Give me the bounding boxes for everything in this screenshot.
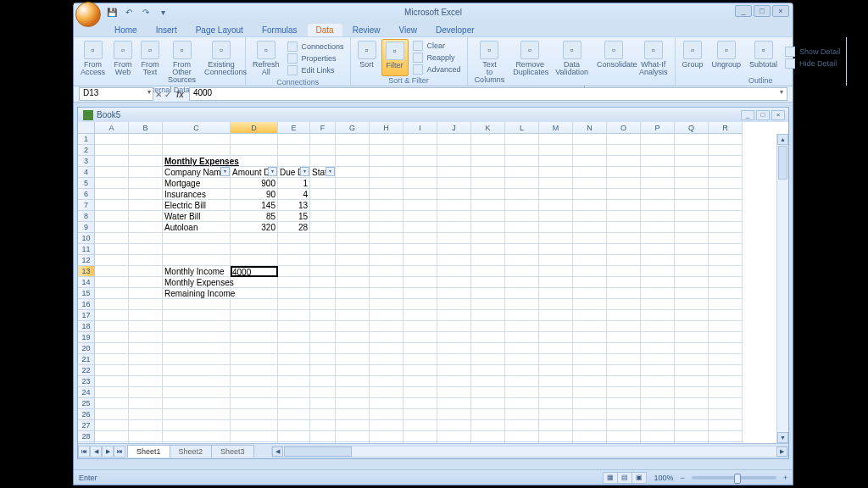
cell-N22[interactable] bbox=[573, 365, 607, 376]
cell-G11[interactable] bbox=[336, 244, 370, 255]
name-box[interactable]: D13 bbox=[79, 87, 153, 101]
cell-N26[interactable] bbox=[573, 409, 607, 420]
cell-L24[interactable] bbox=[505, 387, 539, 398]
cell-D15[interactable] bbox=[231, 288, 278, 299]
cell-Q24[interactable] bbox=[675, 387, 709, 398]
cell-M21[interactable] bbox=[539, 354, 573, 365]
sheet-tab-sheet2[interactable]: Sheet2 bbox=[170, 445, 213, 458]
cell-H21[interactable] bbox=[370, 354, 403, 365]
cell-F10[interactable] bbox=[310, 233, 336, 244]
cell-C22[interactable] bbox=[163, 365, 231, 376]
cell-C15[interactable]: Remaining Income bbox=[163, 288, 231, 299]
cell-B22[interactable] bbox=[129, 365, 163, 376]
cell-E8[interactable]: 15 bbox=[278, 211, 310, 222]
cell-J28[interactable] bbox=[437, 431, 471, 442]
cell-P13[interactable] bbox=[641, 266, 675, 277]
column-header-J[interactable]: J bbox=[437, 122, 471, 134]
column-header-N[interactable]: N bbox=[573, 122, 607, 134]
cell-J21[interactable] bbox=[437, 354, 471, 365]
cell-D7[interactable]: 145 bbox=[231, 200, 278, 211]
row-header-2[interactable]: 2 bbox=[78, 145, 95, 156]
cell-K27[interactable] bbox=[471, 420, 505, 431]
cell-C8[interactable]: Water Bill bbox=[163, 211, 231, 222]
cell-D23[interactable] bbox=[231, 376, 278, 387]
cell-E12[interactable] bbox=[278, 255, 310, 266]
cell-Q14[interactable] bbox=[675, 277, 709, 288]
cell-N16[interactable] bbox=[573, 299, 607, 310]
cell-A1[interactable] bbox=[95, 134, 129, 145]
cell-K5[interactable] bbox=[471, 178, 505, 189]
cell-N11[interactable] bbox=[573, 244, 607, 255]
cell-E10[interactable] bbox=[278, 233, 310, 244]
cell-J27[interactable] bbox=[437, 420, 471, 431]
cell-P26[interactable] bbox=[641, 409, 675, 420]
cell-F1[interactable] bbox=[310, 134, 336, 145]
cell-M28[interactable] bbox=[539, 431, 573, 442]
cell-J12[interactable] bbox=[437, 255, 471, 266]
cell-N15[interactable] bbox=[573, 288, 607, 299]
cell-G14[interactable] bbox=[336, 277, 370, 288]
cell-H19[interactable] bbox=[370, 332, 403, 343]
from-text-button[interactable]: ▫FromText bbox=[137, 39, 163, 86]
cell-B10[interactable] bbox=[129, 233, 163, 244]
cell-M7[interactable] bbox=[539, 200, 573, 211]
cell-R3[interactable] bbox=[709, 156, 743, 167]
hide-detail-button[interactable]: Hide Detail bbox=[782, 58, 843, 69]
cell-F3[interactable] bbox=[310, 156, 336, 167]
cell-I4[interactable] bbox=[403, 167, 437, 178]
zoom-in-button[interactable]: + bbox=[783, 474, 787, 482]
cell-B18[interactable] bbox=[129, 321, 163, 332]
cell-O15[interactable] bbox=[607, 288, 641, 299]
cell-B17[interactable] bbox=[129, 310, 163, 321]
data-validation-button[interactable]: ▫DataValidation bbox=[552, 39, 592, 86]
cell-M23[interactable] bbox=[539, 376, 573, 387]
tab-nav-first-icon[interactable]: ⏮ bbox=[78, 446, 90, 458]
cell-I17[interactable] bbox=[403, 310, 437, 321]
cell-P24[interactable] bbox=[641, 387, 675, 398]
cell-J24[interactable] bbox=[437, 387, 471, 398]
cell-O27[interactable] bbox=[607, 420, 641, 431]
cell-F16[interactable] bbox=[310, 299, 336, 310]
cell-F22[interactable] bbox=[310, 365, 336, 376]
cell-A13[interactable] bbox=[95, 266, 129, 277]
cell-N3[interactable] bbox=[573, 156, 607, 167]
cell-M1[interactable] bbox=[539, 134, 573, 145]
tab-nav-prev-icon[interactable]: ◀ bbox=[90, 446, 102, 458]
cell-N27[interactable] bbox=[573, 420, 607, 431]
cell-Q10[interactable] bbox=[675, 233, 709, 244]
cell-Q2[interactable] bbox=[675, 145, 709, 156]
cell-M13[interactable] bbox=[539, 266, 573, 277]
row-header-8[interactable]: 8 bbox=[78, 211, 95, 222]
cell-M25[interactable] bbox=[539, 398, 573, 409]
cell-H4[interactable] bbox=[370, 167, 403, 178]
cell-N20[interactable] bbox=[573, 343, 607, 354]
cell-D2[interactable] bbox=[231, 145, 278, 156]
cell-J3[interactable] bbox=[437, 156, 471, 167]
cell-Q3[interactable] bbox=[675, 156, 709, 167]
cell-L12[interactable] bbox=[505, 255, 539, 266]
cell-G13[interactable] bbox=[336, 266, 370, 277]
zoom-level[interactable]: 100% bbox=[654, 474, 673, 482]
cell-C16[interactable] bbox=[163, 299, 231, 310]
cell-A3[interactable] bbox=[95, 156, 129, 167]
cell-E1[interactable] bbox=[278, 134, 310, 145]
cell-G1[interactable] bbox=[336, 134, 370, 145]
cell-E20[interactable] bbox=[278, 343, 310, 354]
cell-C13[interactable]: Monthly Income bbox=[163, 266, 231, 277]
cell-J17[interactable] bbox=[437, 310, 471, 321]
cell-C20[interactable] bbox=[163, 343, 231, 354]
cell-Q26[interactable] bbox=[675, 409, 709, 420]
cell-Q17[interactable] bbox=[675, 310, 709, 321]
cell-R12[interactable] bbox=[709, 255, 743, 266]
cell-Q16[interactable] bbox=[675, 299, 709, 310]
cell-I25[interactable] bbox=[403, 398, 437, 409]
cell-G2[interactable] bbox=[336, 145, 370, 156]
cell-J19[interactable] bbox=[437, 332, 471, 343]
cell-L25[interactable] bbox=[505, 398, 539, 409]
from-web-button[interactable]: ▫FromWeb bbox=[110, 39, 136, 86]
cell-K8[interactable] bbox=[471, 211, 505, 222]
cell-F24[interactable] bbox=[310, 387, 336, 398]
cell-M10[interactable] bbox=[539, 233, 573, 244]
workbook-restore-button[interactable]: □ bbox=[756, 110, 770, 120]
cell-Q22[interactable] bbox=[675, 365, 709, 376]
